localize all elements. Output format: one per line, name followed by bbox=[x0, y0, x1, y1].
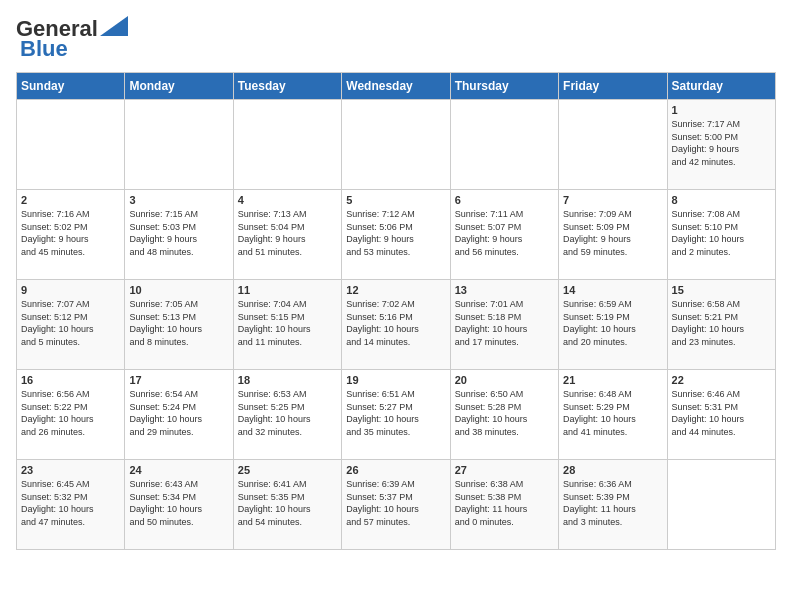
calendar-cell: 1Sunrise: 7:17 AM Sunset: 5:00 PM Daylig… bbox=[667, 100, 775, 190]
calendar-table: SundayMondayTuesdayWednesdayThursdayFrid… bbox=[16, 72, 776, 550]
day-info: Sunrise: 6:43 AM Sunset: 5:34 PM Dayligh… bbox=[129, 478, 228, 528]
calendar-cell: 7Sunrise: 7:09 AM Sunset: 5:09 PM Daylig… bbox=[559, 190, 667, 280]
day-info: Sunrise: 6:36 AM Sunset: 5:39 PM Dayligh… bbox=[563, 478, 662, 528]
calendar-cell: 25Sunrise: 6:41 AM Sunset: 5:35 PM Dayli… bbox=[233, 460, 341, 550]
day-info: Sunrise: 6:48 AM Sunset: 5:29 PM Dayligh… bbox=[563, 388, 662, 438]
calendar-cell: 23Sunrise: 6:45 AM Sunset: 5:32 PM Dayli… bbox=[17, 460, 125, 550]
day-number: 8 bbox=[672, 194, 771, 206]
svg-marker-0 bbox=[100, 16, 128, 36]
day-info: Sunrise: 7:12 AM Sunset: 5:06 PM Dayligh… bbox=[346, 208, 445, 258]
calendar-cell: 26Sunrise: 6:39 AM Sunset: 5:37 PM Dayli… bbox=[342, 460, 450, 550]
logo: General Blue bbox=[16, 16, 128, 62]
calendar-body: 1Sunrise: 7:17 AM Sunset: 5:00 PM Daylig… bbox=[17, 100, 776, 550]
day-number: 5 bbox=[346, 194, 445, 206]
day-number: 27 bbox=[455, 464, 554, 476]
calendar-cell: 19Sunrise: 6:51 AM Sunset: 5:27 PM Dayli… bbox=[342, 370, 450, 460]
calendar-week-2: 2Sunrise: 7:16 AM Sunset: 5:02 PM Daylig… bbox=[17, 190, 776, 280]
weekday-header-sunday: Sunday bbox=[17, 73, 125, 100]
calendar-cell bbox=[125, 100, 233, 190]
calendar-cell bbox=[17, 100, 125, 190]
day-number: 28 bbox=[563, 464, 662, 476]
calendar-cell bbox=[450, 100, 558, 190]
day-info: Sunrise: 7:02 AM Sunset: 5:16 PM Dayligh… bbox=[346, 298, 445, 348]
day-number: 7 bbox=[563, 194, 662, 206]
calendar-cell: 24Sunrise: 6:43 AM Sunset: 5:34 PM Dayli… bbox=[125, 460, 233, 550]
day-number: 23 bbox=[21, 464, 120, 476]
day-number: 20 bbox=[455, 374, 554, 386]
weekday-header-friday: Friday bbox=[559, 73, 667, 100]
day-info: Sunrise: 7:15 AM Sunset: 5:03 PM Dayligh… bbox=[129, 208, 228, 258]
calendar-cell: 21Sunrise: 6:48 AM Sunset: 5:29 PM Dayli… bbox=[559, 370, 667, 460]
calendar-cell bbox=[559, 100, 667, 190]
day-number: 15 bbox=[672, 284, 771, 296]
day-number: 3 bbox=[129, 194, 228, 206]
day-info: Sunrise: 7:04 AM Sunset: 5:15 PM Dayligh… bbox=[238, 298, 337, 348]
weekday-header-saturday: Saturday bbox=[667, 73, 775, 100]
logo-icon bbox=[100, 16, 128, 36]
day-info: Sunrise: 6:54 AM Sunset: 5:24 PM Dayligh… bbox=[129, 388, 228, 438]
day-number: 11 bbox=[238, 284, 337, 296]
day-info: Sunrise: 7:01 AM Sunset: 5:18 PM Dayligh… bbox=[455, 298, 554, 348]
day-info: Sunrise: 6:56 AM Sunset: 5:22 PM Dayligh… bbox=[21, 388, 120, 438]
calendar-cell bbox=[233, 100, 341, 190]
day-info: Sunrise: 6:58 AM Sunset: 5:21 PM Dayligh… bbox=[672, 298, 771, 348]
page-header: General Blue bbox=[16, 16, 776, 62]
day-info: Sunrise: 7:16 AM Sunset: 5:02 PM Dayligh… bbox=[21, 208, 120, 258]
calendar-cell: 17Sunrise: 6:54 AM Sunset: 5:24 PM Dayli… bbox=[125, 370, 233, 460]
day-info: Sunrise: 6:45 AM Sunset: 5:32 PM Dayligh… bbox=[21, 478, 120, 528]
calendar-cell: 11Sunrise: 7:04 AM Sunset: 5:15 PM Dayli… bbox=[233, 280, 341, 370]
day-number: 21 bbox=[563, 374, 662, 386]
day-info: Sunrise: 6:41 AM Sunset: 5:35 PM Dayligh… bbox=[238, 478, 337, 528]
day-info: Sunrise: 7:09 AM Sunset: 5:09 PM Dayligh… bbox=[563, 208, 662, 258]
calendar-cell: 6Sunrise: 7:11 AM Sunset: 5:07 PM Daylig… bbox=[450, 190, 558, 280]
day-number: 17 bbox=[129, 374, 228, 386]
calendar-cell: 10Sunrise: 7:05 AM Sunset: 5:13 PM Dayli… bbox=[125, 280, 233, 370]
calendar-cell: 27Sunrise: 6:38 AM Sunset: 5:38 PM Dayli… bbox=[450, 460, 558, 550]
day-info: Sunrise: 7:11 AM Sunset: 5:07 PM Dayligh… bbox=[455, 208, 554, 258]
day-info: Sunrise: 7:08 AM Sunset: 5:10 PM Dayligh… bbox=[672, 208, 771, 258]
day-number: 12 bbox=[346, 284, 445, 296]
calendar-cell: 3Sunrise: 7:15 AM Sunset: 5:03 PM Daylig… bbox=[125, 190, 233, 280]
day-number: 19 bbox=[346, 374, 445, 386]
weekday-header-monday: Monday bbox=[125, 73, 233, 100]
weekday-header-wednesday: Wednesday bbox=[342, 73, 450, 100]
day-number: 10 bbox=[129, 284, 228, 296]
calendar-cell: 5Sunrise: 7:12 AM Sunset: 5:06 PM Daylig… bbox=[342, 190, 450, 280]
calendar-week-5: 23Sunrise: 6:45 AM Sunset: 5:32 PM Dayli… bbox=[17, 460, 776, 550]
day-info: Sunrise: 6:46 AM Sunset: 5:31 PM Dayligh… bbox=[672, 388, 771, 438]
day-number: 25 bbox=[238, 464, 337, 476]
day-info: Sunrise: 6:38 AM Sunset: 5:38 PM Dayligh… bbox=[455, 478, 554, 528]
day-number: 4 bbox=[238, 194, 337, 206]
calendar-cell: 14Sunrise: 6:59 AM Sunset: 5:19 PM Dayli… bbox=[559, 280, 667, 370]
day-number: 1 bbox=[672, 104, 771, 116]
weekday-header-tuesday: Tuesday bbox=[233, 73, 341, 100]
weekday-header-thursday: Thursday bbox=[450, 73, 558, 100]
day-number: 18 bbox=[238, 374, 337, 386]
calendar-week-3: 9Sunrise: 7:07 AM Sunset: 5:12 PM Daylig… bbox=[17, 280, 776, 370]
logo-blue: Blue bbox=[20, 36, 68, 62]
day-number: 9 bbox=[21, 284, 120, 296]
calendar-cell: 28Sunrise: 6:36 AM Sunset: 5:39 PM Dayli… bbox=[559, 460, 667, 550]
day-info: Sunrise: 7:13 AM Sunset: 5:04 PM Dayligh… bbox=[238, 208, 337, 258]
calendar-cell: 12Sunrise: 7:02 AM Sunset: 5:16 PM Dayli… bbox=[342, 280, 450, 370]
day-info: Sunrise: 6:53 AM Sunset: 5:25 PM Dayligh… bbox=[238, 388, 337, 438]
day-number: 2 bbox=[21, 194, 120, 206]
day-number: 22 bbox=[672, 374, 771, 386]
calendar-cell: 13Sunrise: 7:01 AM Sunset: 5:18 PM Dayli… bbox=[450, 280, 558, 370]
calendar-cell: 22Sunrise: 6:46 AM Sunset: 5:31 PM Dayli… bbox=[667, 370, 775, 460]
day-number: 6 bbox=[455, 194, 554, 206]
day-info: Sunrise: 6:39 AM Sunset: 5:37 PM Dayligh… bbox=[346, 478, 445, 528]
day-number: 13 bbox=[455, 284, 554, 296]
day-info: Sunrise: 6:59 AM Sunset: 5:19 PM Dayligh… bbox=[563, 298, 662, 348]
day-number: 14 bbox=[563, 284, 662, 296]
calendar-week-1: 1Sunrise: 7:17 AM Sunset: 5:00 PM Daylig… bbox=[17, 100, 776, 190]
day-info: Sunrise: 7:07 AM Sunset: 5:12 PM Dayligh… bbox=[21, 298, 120, 348]
calendar-cell: 4Sunrise: 7:13 AM Sunset: 5:04 PM Daylig… bbox=[233, 190, 341, 280]
day-info: Sunrise: 7:05 AM Sunset: 5:13 PM Dayligh… bbox=[129, 298, 228, 348]
calendar-week-4: 16Sunrise: 6:56 AM Sunset: 5:22 PM Dayli… bbox=[17, 370, 776, 460]
calendar-cell bbox=[667, 460, 775, 550]
day-info: Sunrise: 7:17 AM Sunset: 5:00 PM Dayligh… bbox=[672, 118, 771, 168]
calendar-cell: 16Sunrise: 6:56 AM Sunset: 5:22 PM Dayli… bbox=[17, 370, 125, 460]
calendar-cell: 15Sunrise: 6:58 AM Sunset: 5:21 PM Dayli… bbox=[667, 280, 775, 370]
calendar-header: SundayMondayTuesdayWednesdayThursdayFrid… bbox=[17, 73, 776, 100]
